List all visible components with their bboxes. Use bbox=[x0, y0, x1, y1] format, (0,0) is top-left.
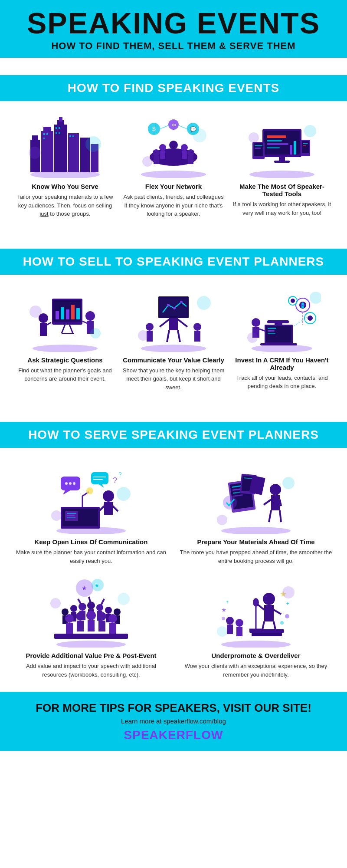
sell-img-1 bbox=[13, 287, 117, 352]
svg-point-213 bbox=[263, 593, 275, 605]
svg-rect-13 bbox=[43, 138, 45, 139]
svg-text:?: ? bbox=[118, 471, 122, 478]
svg-point-145 bbox=[73, 482, 75, 485]
svg-text:?: ? bbox=[113, 476, 117, 485]
find-item-2: $ ✉ 💬 Flex Your Network Ask past cl bbox=[121, 113, 226, 218]
svg-rect-198 bbox=[109, 623, 116, 634]
svg-text:★: ★ bbox=[82, 585, 87, 592]
serve-banner: HOW TO SERVE SPEAKING EVENT PLANNERS bbox=[0, 422, 347, 448]
sell-title-1: Ask Strategic Questions bbox=[27, 356, 102, 364]
svg-rect-48 bbox=[267, 140, 282, 141]
svg-rect-2 bbox=[32, 135, 38, 142]
svg-point-208 bbox=[50, 598, 61, 608]
svg-line-159 bbox=[269, 510, 271, 522]
svg-rect-134 bbox=[67, 513, 76, 514]
footer-brand-part1: SPEAKER bbox=[124, 728, 186, 742]
sell-item-1: Ask Strategic Questions Find out what th… bbox=[13, 287, 117, 392]
svg-line-74 bbox=[69, 325, 73, 333]
svg-line-158 bbox=[280, 500, 281, 506]
svg-point-209 bbox=[221, 641, 291, 648]
serve-title-1: Keep Open Lines Of Communication bbox=[35, 538, 148, 546]
svg-point-118 bbox=[308, 316, 313, 321]
find-columns: Know Who You Serve Tailor your speaking … bbox=[13, 113, 334, 218]
svg-point-111 bbox=[252, 318, 260, 327]
svg-text:✦: ✦ bbox=[226, 599, 229, 604]
sell-desc-2: Show that you're the key to helping them… bbox=[121, 366, 226, 392]
svg-rect-135 bbox=[67, 515, 75, 516]
svg-rect-68 bbox=[56, 311, 59, 319]
svg-rect-107 bbox=[267, 320, 289, 323]
svg-point-143 bbox=[65, 482, 68, 485]
svg-rect-138 bbox=[104, 502, 113, 515]
svg-rect-136 bbox=[67, 517, 75, 518]
svg-rect-29 bbox=[188, 156, 193, 164]
svg-line-160 bbox=[280, 510, 281, 522]
svg-point-172 bbox=[282, 477, 295, 489]
svg-point-121 bbox=[301, 302, 304, 305]
svg-line-73 bbox=[62, 325, 65, 333]
svg-point-20 bbox=[85, 136, 101, 152]
svg-point-102 bbox=[252, 345, 312, 352]
svg-rect-110 bbox=[268, 333, 275, 334]
svg-rect-122 bbox=[301, 306, 304, 308]
svg-rect-4 bbox=[43, 127, 51, 133]
svg-rect-18 bbox=[69, 135, 71, 137]
svg-point-155 bbox=[270, 484, 281, 495]
svg-rect-51 bbox=[290, 145, 292, 155]
svg-point-154 bbox=[221, 527, 291, 534]
svg-rect-220 bbox=[227, 625, 233, 634]
svg-point-221 bbox=[236, 619, 243, 627]
svg-point-233 bbox=[217, 626, 227, 637]
svg-rect-222 bbox=[236, 627, 242, 636]
svg-line-215 bbox=[257, 604, 264, 610]
svg-line-140 bbox=[113, 506, 118, 511]
svg-rect-31 bbox=[160, 151, 165, 159]
sell-banner: HOW TO SELL TO SPEAKING EVENT PLANNERS bbox=[0, 249, 347, 275]
svg-point-21 bbox=[29, 147, 41, 159]
svg-point-191 bbox=[76, 612, 85, 621]
svg-text:★: ★ bbox=[221, 606, 227, 613]
sell-img-3 bbox=[230, 287, 334, 352]
svg-rect-15 bbox=[59, 127, 60, 129]
svg-rect-108 bbox=[268, 328, 276, 329]
svg-line-89 bbox=[167, 330, 169, 342]
svg-rect-52 bbox=[294, 141, 296, 155]
svg-rect-192 bbox=[77, 621, 84, 631]
svg-rect-69 bbox=[61, 307, 64, 319]
svg-text:✉: ✉ bbox=[172, 122, 176, 128]
find-img-3 bbox=[230, 113, 334, 178]
svg-rect-70 bbox=[66, 309, 69, 319]
serve-item-1: ? ? Keep Open Lines Of Communication Mak… bbox=[13, 460, 169, 565]
svg-point-207 bbox=[118, 593, 130, 605]
svg-rect-109 bbox=[268, 330, 275, 332]
svg-rect-12 bbox=[46, 133, 48, 135]
sell-item-3: Invest In A CRM If You Haven't Already T… bbox=[230, 287, 334, 392]
svg-line-216 bbox=[274, 610, 281, 614]
svg-rect-224 bbox=[252, 633, 282, 636]
svg-point-99 bbox=[180, 301, 183, 303]
svg-point-174 bbox=[56, 641, 126, 648]
find-banner-title: HOW TO FIND SPEAKING EVENTS bbox=[9, 81, 338, 95]
find-img-1 bbox=[13, 113, 117, 178]
serve-img-3: ★ ★ bbox=[13, 574, 169, 648]
svg-point-30 bbox=[159, 144, 166, 151]
svg-point-153 bbox=[51, 510, 62, 521]
svg-point-231 bbox=[222, 617, 225, 620]
svg-rect-3 bbox=[41, 131, 53, 172]
svg-point-137 bbox=[103, 490, 114, 502]
svg-point-22 bbox=[141, 171, 206, 178]
svg-point-187 bbox=[114, 608, 121, 615]
svg-rect-196 bbox=[98, 621, 105, 631]
svg-rect-14 bbox=[56, 127, 57, 129]
svg-rect-8 bbox=[68, 133, 79, 172]
svg-rect-202 bbox=[54, 634, 128, 639]
svg-point-82 bbox=[29, 306, 42, 318]
svg-point-132 bbox=[86, 487, 93, 494]
svg-point-26 bbox=[153, 149, 160, 156]
svg-point-97 bbox=[167, 304, 170, 306]
serve-desc-4: Wow your clients with an exceptional exp… bbox=[178, 662, 334, 679]
find-desc-2: Ask past clients, friends, and colleague… bbox=[121, 193, 226, 218]
svg-point-171 bbox=[223, 496, 237, 510]
svg-rect-146 bbox=[91, 472, 108, 484]
svg-rect-214 bbox=[264, 605, 274, 621]
